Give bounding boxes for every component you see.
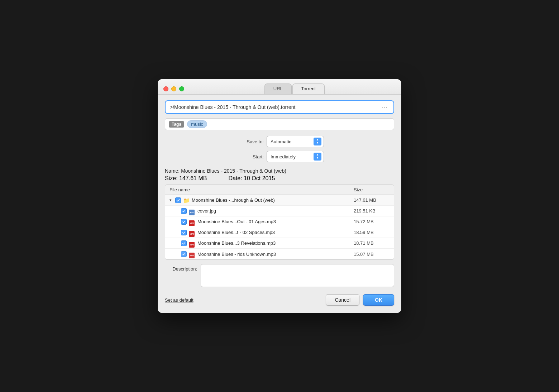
set-default-button[interactable]: Set as default [165, 297, 194, 303]
torrent-size-line: Size: 147.61 MB [165, 175, 207, 182]
start-select[interactable]: Immediately ▲ ▼ [267, 151, 324, 162]
bottom-bar: Set as default Cancel OK [165, 293, 394, 306]
table-row[interactable]: ▾ 📁 Moonshine Blues -...hrough & Out (we… [165, 195, 394, 206]
chevron-icon: ▾ [169, 198, 175, 202]
torrent-meta-row: Size: 147.61 MB Date: 10 Oct 2015 [165, 175, 394, 182]
torrent-name-label: Name: [165, 168, 180, 174]
close-button[interactable] [163, 86, 168, 91]
torrent-size-value: 147.61 MB [179, 175, 207, 181]
save-to-value: Automatic [271, 139, 312, 144]
table-row[interactable]: ▾ MP3 Moonshine Blues - rlds Unknown.mp3… [165, 249, 394, 259]
action-buttons: Cancel OK [326, 294, 394, 306]
file-size: 219.51 KB [354, 208, 390, 214]
torrent-name-line: Name: Moonshine Blues - 2015 - Through &… [165, 168, 394, 174]
save-to-arrows: ▲ ▼ [314, 138, 321, 145]
file-size: 18.59 MB [354, 230, 390, 235]
mp3-icon: MP3 [189, 240, 195, 246]
save-to-label: Save to: [235, 139, 264, 144]
title-bar: URL Torrent [158, 79, 401, 94]
mp3-icon: MP3 [189, 230, 195, 235]
save-to-row: Save to: Automatic ▲ ▼ [165, 136, 394, 147]
file-checkbox[interactable] [181, 219, 187, 225]
dialog-content: >/Moonshine Blues - 2015 - Through & Out… [158, 94, 401, 313]
file-checkbox[interactable] [181, 251, 187, 257]
tab-torrent[interactable]: Torrent [292, 83, 325, 94]
dialog-window: URL Torrent >/Moonshine Blues - 2015 - T… [158, 79, 401, 313]
mp3-icon: MP3 [189, 251, 195, 257]
file-name: Moonshine Blues...Out - 01 Ages.mp3 [197, 219, 354, 224]
description-textarea[interactable] [201, 264, 394, 287]
file-checkbox[interactable] [181, 208, 187, 214]
start-label: Start: [235, 154, 264, 159]
description-section: Description: [165, 264, 394, 287]
file-list-header: File name Size [165, 185, 394, 195]
file-list-container: File name Size ▾ 📁 Moonshine Blues -...h… [165, 185, 394, 260]
table-row[interactable]: ▾ MP3 Moonshine Blues...t - 02 Spaces.mp… [165, 227, 394, 238]
file-size: 15.07 MB [354, 252, 390, 257]
tag-chip-music[interactable]: music [187, 120, 207, 128]
ok-button[interactable]: OK [363, 294, 394, 306]
tags-label: Tags [169, 121, 184, 128]
torrent-date-label: Date: [228, 175, 242, 181]
start-row: Start: Immediately ▲ ▼ [165, 151, 394, 162]
file-name: Moonshine Blues...3 Revelations.mp3 [197, 240, 354, 246]
torrent-size-label: Size: [165, 175, 178, 181]
torrent-date-value: 10 Oct 2015 [244, 175, 275, 181]
file-checkbox[interactable] [181, 240, 187, 246]
torrent-info: Name: Moonshine Blues - 2015 - Through &… [165, 168, 394, 182]
file-input-row[interactable]: >/Moonshine Blues - 2015 - Through & Out… [165, 100, 394, 114]
file-size: 147.61 MB [354, 197, 390, 203]
save-to-select[interactable]: Automatic ▲ ▼ [267, 136, 324, 147]
description-label: Description: [165, 264, 197, 272]
ellipsis-button[interactable]: ··· [381, 104, 389, 110]
traffic-lights [163, 86, 184, 91]
file-size: 15.72 MB [354, 219, 390, 224]
file-name: cover.jpg [197, 208, 354, 214]
mp3-icon: MP3 [189, 219, 195, 225]
torrent-name-value: Moonshine Blues - 2015 - Through & Out (… [181, 168, 286, 174]
torrent-date-line: Date: 10 Oct 2015 [228, 175, 275, 182]
cancel-button[interactable]: Cancel [326, 294, 359, 306]
table-row[interactable]: ▾ JPG cover.jpg 219.51 KB [165, 206, 394, 216]
tags-row[interactable]: Tags music [165, 118, 394, 130]
file-path-text: >/Moonshine Blues - 2015 - Through & Out… [170, 104, 381, 110]
col-header-size: Size [354, 187, 390, 192]
file-size: 18.71 MB [354, 240, 390, 246]
file-name: Moonshine Blues...t - 02 Spaces.mp3 [197, 230, 354, 235]
folder-icon: 📁 [183, 197, 190, 203]
maximize-button[interactable] [179, 86, 184, 91]
start-value: Immediately [271, 154, 312, 159]
start-arrows: ▲ ▼ [314, 153, 321, 161]
file-checkbox[interactable] [181, 230, 187, 235]
minimize-button[interactable] [171, 86, 176, 91]
jpg-icon: JPG [189, 208, 195, 214]
table-row[interactable]: ▾ MP3 Moonshine Blues...Out - 01 Ages.mp… [165, 216, 394, 227]
file-name: Moonshine Blues - rlds Unknown.mp3 [197, 252, 354, 257]
col-header-name: File name [169, 187, 354, 192]
file-checkbox[interactable] [175, 197, 181, 203]
table-row[interactable]: ▾ MP3 Moonshine Blues...3 Revelations.mp… [165, 238, 394, 249]
tab-url[interactable]: URL [264, 83, 292, 94]
file-name: Moonshine Blues -...hrough & Out (web) [192, 197, 354, 203]
tab-bar: URL Torrent [194, 83, 396, 94]
